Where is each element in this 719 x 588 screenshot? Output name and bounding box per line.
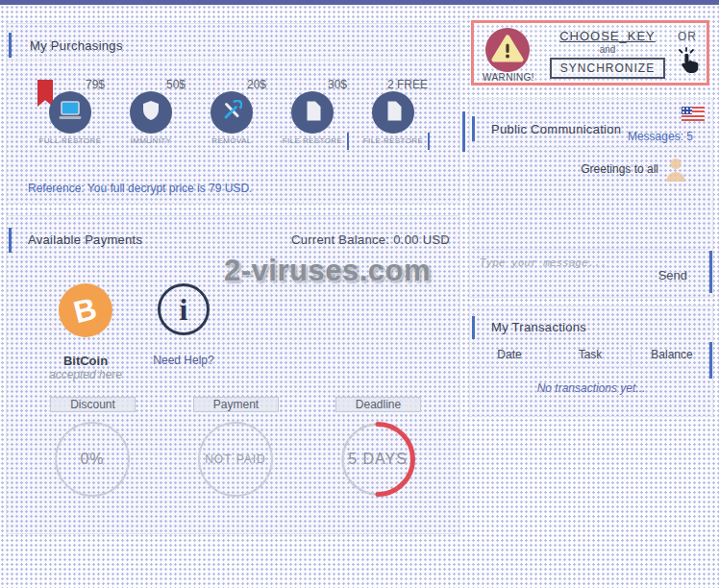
warning-box: WARNING! CHOOSE_KEY and SYNCHRONIZE OR (471, 20, 709, 86)
or-label: OR (672, 30, 703, 43)
communication-title: Public Communication (491, 122, 621, 136)
discount-gauge: 0% (55, 422, 130, 497)
item-price: 50$ (111, 78, 191, 91)
user-avatar (666, 157, 685, 186)
shield-icon (141, 100, 161, 125)
payment-label: Payment (193, 397, 279, 412)
choose-key-link[interactable]: CHOOSE_KEY (549, 29, 666, 43)
bitcoin-icon[interactable]: B (59, 283, 112, 337)
item-separator-tick (347, 133, 349, 150)
communication-panel: Public Communication Messages: 5 Greetin… (469, 98, 713, 298)
divider (474, 366, 708, 367)
communication-scrollbar-thumb[interactable] (709, 251, 712, 293)
reference-note: Reference: You full decrypt price is 79 … (28, 182, 252, 195)
warning-label: WARNING! (478, 72, 539, 83)
info-icon[interactable]: i (158, 283, 210, 335)
discount-label: Discount (50, 397, 136, 412)
chat-message: Greetings to all (581, 162, 658, 176)
transactions-header: Date Task Balance (470, 345, 712, 366)
ransomware-portal: My Purchasings 79$ FULL RESTORE 50$ IMMU… (0, 0, 719, 588)
item-price: 20$ (191, 78, 272, 91)
message-input[interactable] (480, 257, 653, 269)
deadline-label: Deadline (335, 397, 421, 412)
message-compose-area: Send (474, 249, 708, 297)
laptop-icon (58, 101, 83, 125)
file-icon (305, 101, 321, 125)
item-label: REMOVAL (191, 136, 272, 145)
deadline-gauge: 5 DAYS (340, 422, 415, 497)
column-task: Task (549, 345, 631, 366)
messages-count: Messages: 5 (628, 130, 693, 143)
us-flag-icon[interactable] (682, 107, 705, 121)
purchase-item-free-file-restore[interactable]: 2 FREE FILE RESTORE (353, 78, 434, 188)
transactions-title: My Transactions (491, 320, 586, 334)
transactions-empty-text: No transactions yet... (470, 381, 712, 395)
item-label: FULL RESTORE (30, 136, 111, 145)
purchasings-panel: My Purchasings 79$ FULL RESTORE 50$ IMMU… (6, 23, 460, 204)
purchase-item-full-restore[interactable]: 79$ FULL RESTORE (30, 78, 111, 188)
payment-gauge: NOT PAID (198, 422, 273, 497)
watermark: 2-viruses.com (224, 254, 431, 288)
need-help-link[interactable]: Need Help? (120, 354, 247, 367)
item-label: FILE RESTORE (272, 136, 353, 145)
title-accent-bar (9, 33, 12, 58)
item-label: IMMUNITY (111, 136, 191, 145)
payments-title: Available Payments (28, 233, 142, 247)
file-icon (385, 101, 402, 125)
purchase-item-removal[interactable]: 20$ REMOVAL (191, 78, 272, 188)
balance-label: Current Balance: (291, 233, 389, 247)
discount-value: 0% (80, 451, 104, 468)
purchase-item-file-restore[interactable]: 30$ FILE RESTORE (272, 78, 353, 188)
transactions-panel: My Transactions Date Task Balance No tra… (469, 306, 713, 417)
purchasings-scrollbar-thumb[interactable] (462, 111, 465, 152)
tools-icon (221, 100, 242, 125)
tap-hand-icon (676, 47, 699, 77)
item-price: 30$ (272, 78, 353, 91)
divider (7, 60, 459, 61)
current-balance: Current Balance: 0.00 USD (291, 233, 450, 247)
divider (474, 147, 708, 148)
purchasings-title: My Purchasings (30, 38, 123, 53)
warning-badge (485, 28, 530, 72)
deadline-ring-icon (340, 422, 415, 497)
send-button[interactable]: Send (658, 268, 687, 282)
top-accent-bar (0, 0, 719, 5)
transactions-scrollbar-thumb[interactable] (709, 342, 712, 379)
payment-value: NOT PAID (205, 453, 266, 466)
item-label: FILE RESTORE (353, 136, 434, 145)
column-date: Date (470, 345, 549, 366)
warning-triangle-icon (491, 34, 524, 67)
bitcoin-subtitle: accepted here (22, 368, 149, 381)
title-accent-bar (9, 228, 12, 253)
balance-value: 0.00 USD (393, 233, 450, 247)
synchronize-button[interactable]: SYNCHRONIZE (550, 58, 665, 79)
purchase-item-immunity[interactable]: 50$ IMMUNITY (111, 78, 191, 188)
and-label: and (549, 44, 666, 55)
column-balance: Balance (631, 345, 712, 366)
item-separator-tick (428, 133, 430, 150)
title-accent-bar (472, 116, 475, 141)
item-price: 2 FREE (353, 78, 434, 91)
title-accent-bar (472, 316, 475, 339)
